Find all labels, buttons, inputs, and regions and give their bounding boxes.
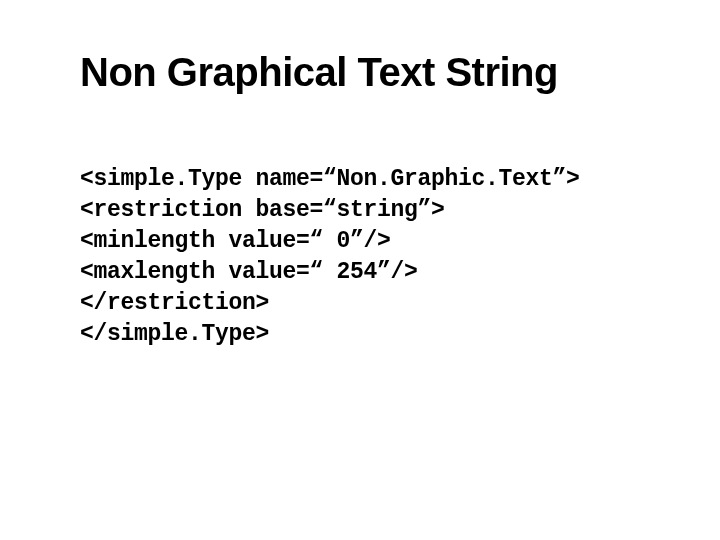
code-line: <minlength value=“ 0”/> <box>80 228 391 254</box>
code-line: </simple.Type> <box>80 321 269 347</box>
code-line: <maxlength value=“ 254”/> <box>80 259 418 285</box>
code-line: <restriction base=“string”> <box>80 197 445 223</box>
slide-title: Non Graphical Text String <box>80 50 650 95</box>
code-line: <simple.Type name=“Non.Graphic.Text”> <box>80 166 580 192</box>
slide: Non Graphical Text String <simple.Type n… <box>0 0 720 540</box>
code-block: <simple.Type name=“Non.Graphic.Text”> <r… <box>80 133 650 350</box>
code-line: </restriction> <box>80 290 269 316</box>
